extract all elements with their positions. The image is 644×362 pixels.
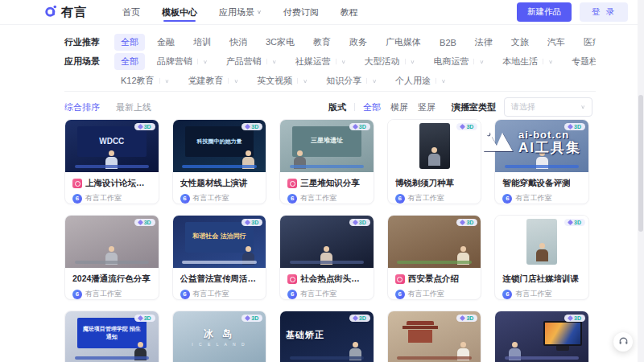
template-title: 博锐剃须刀种草	[395, 178, 455, 189]
template-thumbnail: 3D WDCC	[65, 120, 159, 172]
filter-chip-文旅[interactable]: 文旅	[505, 34, 535, 51]
filter-chip-品牌营销[interactable]: 品牌营销∨	[151, 53, 214, 70]
cube-icon	[568, 220, 573, 225]
template-card[interactable]: 3D 魔珐项目管理学院 招生通知 6	[64, 311, 159, 362]
filter-chip-电商运营[interactable]: 电商运营∨	[427, 53, 490, 70]
template-card[interactable]: 3D 社会热点街头采访连线 6 有言工作室	[279, 215, 374, 300]
sort-option-最新上线[interactable]: 最新上线	[116, 102, 151, 112]
scenario-filter-row: 应用场景 全部品牌营销∨产品营销∨社媒运营∨大型活动∨电商运营∨本地生活∨专题栏…	[64, 53, 596, 70]
filter-chip-知识分享[interactable]: 知识分享∨	[320, 72, 383, 89]
filter-chip-产品营销[interactable]: 产品营销∨	[220, 53, 283, 70]
nav-item-应用场景[interactable]: 应用场景∨	[219, 0, 262, 24]
filter-chip-全部[interactable]: 全部	[114, 34, 145, 51]
caption-bar	[397, 356, 472, 360]
filter-chip-3C家电[interactable]: 3C家电	[259, 34, 301, 51]
login-button[interactable]: 登 录	[580, 2, 628, 22]
cube-icon	[353, 315, 358, 321]
template-card[interactable]: 3D 2024潘通流行色分享 6 有言工作室	[64, 215, 159, 300]
brand-logo[interactable]: 有言	[44, 4, 87, 21]
template-card[interactable]: 3D 6	[387, 311, 482, 362]
template-thumbnail: 3D	[65, 216, 159, 268]
chevron-down-icon: ∨	[266, 59, 277, 64]
card-body: 2024潘通流行色分享 6 有言工作室	[65, 268, 159, 299]
template-card[interactable]: 3D 三星堆遗址 三星堆知识分享 6 有言工作室	[279, 119, 374, 204]
template-thumbnail: 3D	[388, 311, 481, 362]
format-label: 版式	[328, 101, 346, 113]
new-work-button[interactable]: 新建作品	[517, 2, 572, 22]
template-card[interactable]: 3D 西安景点介绍 6 有言工作室	[387, 215, 482, 300]
chevron-down-icon: ∨	[473, 59, 484, 64]
industry-filter-row: 行业推荐 全部金融培训快消3C家电教育政务广电媒体B2B法律文旅汽车医疗泛互联网…	[64, 34, 596, 51]
template-card[interactable]: 3D 博锐剃须刀种草 6 有言工作室	[387, 119, 482, 204]
filter-chip-英文视频[interactable]: 英文视频∨	[250, 72, 314, 89]
template-card[interactable]: 3D 6	[494, 311, 589, 362]
cube-icon	[460, 220, 465, 225]
sort-options: 综合排序最新上线	[64, 101, 167, 113]
card-body: 西安景点介绍 6 有言工作室	[388, 268, 481, 299]
template-card[interactable]: 3D 基础矫正 6	[279, 311, 374, 362]
filter-chip-培训[interactable]: 培训	[187, 34, 217, 51]
pavilion-graphic	[402, 321, 438, 343]
filter-chip-个人用途[interactable]: 个人用途∨	[389, 72, 452, 89]
studio-type-select[interactable]: 请选择 ∨	[504, 97, 592, 117]
filter-chip-汽车[interactable]: 汽车	[541, 34, 572, 51]
template-card[interactable]: 3D 智能穿戴设备评测 6 有言工作室	[494, 119, 589, 204]
cube-icon	[245, 124, 250, 130]
template-card[interactable]: 3D 和谐社会 法治同行 公益普法宣传周活动预告 6 有言工作室	[172, 215, 267, 300]
caption-bar	[290, 165, 365, 168]
filter-chip-大型活动[interactable]: 大型活动∨	[358, 53, 422, 70]
sort-option-综合排序[interactable]: 综合排序	[64, 102, 100, 112]
template-title: 社会热点街头采访连线	[300, 274, 366, 285]
filter-chip-全部[interactable]: 全部	[114, 53, 145, 70]
format-options: 全部横屏竖屏	[363, 101, 445, 113]
studio-avatar: 6	[502, 194, 512, 204]
card-body: 女性题材线上演讲 6 有言工作室	[173, 172, 266, 204]
filter-chip-K12教育[interactable]: K12教育∨	[114, 72, 175, 89]
template-card[interactable]: 3D WDCC 上海设计论坛开场主持 6 有言工作室	[64, 119, 159, 204]
studio-avatar: 6	[180, 194, 190, 204]
filter-chip-金融[interactable]: 金融	[151, 34, 181, 51]
filter-chip-政务[interactable]: 政务	[343, 34, 374, 51]
template-thumbnail: 3D	[280, 216, 374, 268]
scrollbar-thumb[interactable]	[638, 95, 643, 232]
filter-chip-快消[interactable]: 快消	[223, 34, 254, 51]
template-card[interactable]: 3D 连锁门店社媒培训课 6 有言工作室	[494, 215, 589, 300]
scene-title-text: 冰 岛	[173, 327, 266, 341]
format-option-全部[interactable]: 全部	[363, 102, 381, 112]
studio-name: 有言工作室	[408, 289, 444, 299]
badge-3d: 3D	[134, 123, 155, 130]
template-title: 智能穿戴设备评测	[502, 178, 570, 189]
filter-chip-本地生活[interactable]: 本地生活∨	[496, 53, 559, 70]
format-option-横屏[interactable]: 横屏	[390, 102, 408, 112]
filter-chip-法律[interactable]: 法律	[469, 34, 499, 51]
studio-avatar: 6	[287, 194, 297, 204]
studio-name: 有言工作室	[85, 193, 122, 204]
portrait-video-frame	[526, 219, 557, 265]
filter-chip-医疗[interactable]: 医疗	[577, 34, 596, 51]
cube-icon	[138, 315, 143, 321]
template-card[interactable]: 3D 冰 岛I C E L A N D 6	[172, 311, 267, 362]
vip-badge-icon	[72, 179, 82, 188]
filter-chip-B2B[interactable]: B2B	[433, 34, 463, 51]
filter-chip-广电媒体[interactable]: 广电媒体	[379, 34, 427, 51]
filter-chip-教育[interactable]: 教育	[307, 34, 337, 51]
nav-item-模板中心[interactable]: 模板中心	[162, 0, 197, 24]
separator	[354, 103, 355, 111]
format-option-竖屏[interactable]: 竖屏	[418, 102, 436, 112]
card-body: 连锁门店社媒培训课 6 有言工作室	[495, 268, 588, 299]
nav-item-付费订阅[interactable]: 付费订阅	[283, 0, 319, 24]
template-card[interactable]: 3D 科技圈中的她力量 女性题材线上演讲 6 有言工作室	[172, 119, 267, 204]
cube-icon	[245, 220, 250, 225]
scrollbar[interactable]	[638, 0, 644, 362]
filter-chip-社媒运营[interactable]: 社媒运营∨	[289, 53, 353, 70]
scenario-filter-row2: K12教育∨党建教育∨英文视频∨知识分享∨个人用途∨	[64, 72, 596, 89]
filter-chip-专题栏目[interactable]: 专题栏目∨	[565, 53, 596, 70]
nav-item-首页[interactable]: 首页	[122, 0, 140, 24]
badge-3d: 3D	[456, 315, 477, 322]
caption-bar	[397, 261, 472, 264]
nav-item-教程[interactable]: 教程	[341, 0, 358, 24]
filter-chip-党建教育[interactable]: 党建教育∨	[181, 72, 245, 89]
studio-name: 有言工作室	[515, 193, 551, 204]
customer-service-button[interactable]	[613, 332, 633, 352]
chevron-down-icon: ∨	[197, 59, 208, 64]
